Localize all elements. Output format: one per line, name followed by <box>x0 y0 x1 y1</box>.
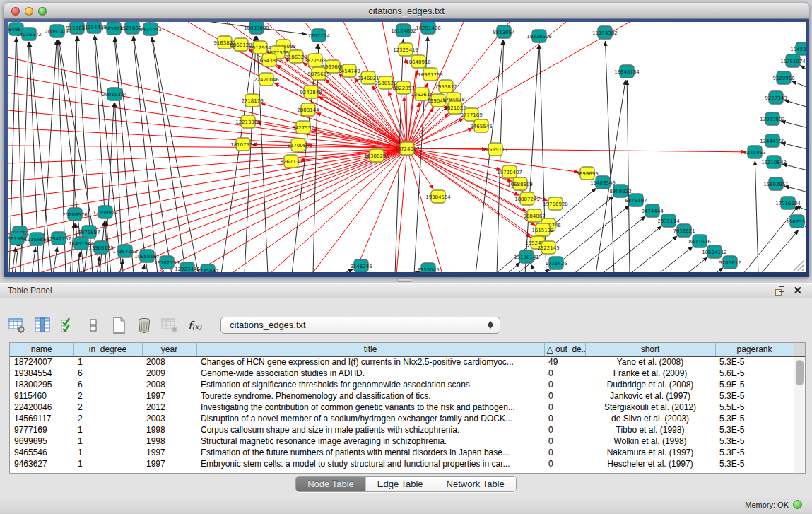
graph-node[interactable]: 9775847 <box>196 264 218 272</box>
table-cell[interactable]: 5.5E-5 <box>715 402 794 413</box>
graph-node[interactable]: 16961758 <box>418 68 443 81</box>
window-titlebar[interactable]: citations_edges.txt <box>4 3 809 19</box>
table-cell[interactable]: Wolkin et al. (1998) <box>585 436 715 447</box>
table-row[interactable]: 969969511998Structural magnetic resonanc… <box>10 436 794 447</box>
graph-node[interactable]: 16251426 <box>416 22 441 34</box>
table-cell[interactable]: 18300295 <box>10 379 73 390</box>
graph-node[interactable]: 15493056 <box>790 42 806 55</box>
table-settings-icon[interactable] <box>7 316 26 335</box>
graph-node[interactable]: 18807249 <box>514 192 540 205</box>
table-cell[interactable]: 6 <box>73 379 142 390</box>
graph-node[interactable]: 9227343 <box>765 91 787 104</box>
table-cell[interactable]: 9463627 <box>10 458 73 469</box>
table-cell[interactable]: 0 <box>544 390 585 402</box>
graph-node[interactable]: 9245612 <box>719 256 741 269</box>
table-cell[interactable]: 1998 <box>142 436 196 447</box>
table-cell[interactable]: 2 <box>73 390 142 402</box>
table-cell[interactable]: 1997 <box>142 458 196 469</box>
function-builder-icon[interactable]: f(x) <box>185 316 204 335</box>
table-cell[interactable]: Yano et al. (2008) <box>585 356 715 368</box>
table-cell[interactable]: 0 <box>544 458 585 469</box>
graph-node[interactable]: 18640910 <box>406 55 431 68</box>
table-row[interactable]: 946554611997Estimation of the future num… <box>10 447 794 458</box>
table-cell[interactable]: 0 <box>544 424 585 436</box>
table-cell[interactable]: Franke et al. (2009) <box>585 368 715 379</box>
graph-node[interactable]: 15136141 <box>514 250 539 263</box>
column-select-icon[interactable] <box>33 316 52 335</box>
table-cell[interactable]: 19384554 <box>10 368 73 379</box>
graph-node[interactable]: 7632621 <box>673 224 695 237</box>
table-cell[interactable]: 9115460 <box>10 390 73 402</box>
panel-divider-handle[interactable] <box>397 278 411 282</box>
table-cell[interactable]: 5.3E-5 <box>715 458 794 469</box>
graph-node[interactable]: 8267130 <box>280 155 302 168</box>
table-cell[interactable]: 18724007 <box>10 356 73 368</box>
graph-node[interactable]: 2803144 <box>297 103 319 116</box>
table-cell[interactable]: 5.6E-5 <box>715 368 794 379</box>
table-row[interactable]: 977716911998Corpus callosum shape and si… <box>10 424 794 436</box>
table-cell[interactable]: Jankovic et al. (1997) <box>585 390 715 402</box>
table-cell[interactable]: 5.3E-5 <box>715 356 794 368</box>
graph-node[interactable]: 9699695 <box>576 167 598 180</box>
table-cell[interactable]: Embryonic stem cells: a model to study s… <box>196 458 544 469</box>
column-header-title[interactable]: title <box>196 343 544 356</box>
table-cell[interactable]: Corpus callosum shape and size in male p… <box>196 424 544 436</box>
table-cell[interactable]: Estimation of significance thresholds fo… <box>196 379 544 390</box>
graph-node[interactable]: 1170064 <box>287 139 310 151</box>
column-header-name[interactable]: name <box>10 343 73 356</box>
graph-node[interactable]: 14569117 <box>483 143 508 156</box>
table-cell[interactable]: 5.3E-5 <box>715 436 794 447</box>
column-header-short[interactable]: short <box>585 343 715 356</box>
table-cell[interactable]: Nakamura et al. (1997) <box>585 447 715 458</box>
table-cell[interactable]: 1 <box>73 458 142 469</box>
table-cell[interactable]: 0 <box>544 436 585 447</box>
network-view-canvas[interactable]: 9163822886012889129342522605898275051654… <box>8 22 806 272</box>
graph-node[interactable]: 8215953 <box>743 146 765 158</box>
new-document-icon[interactable] <box>109 316 128 335</box>
table-cell[interactable]: Structural magnetic resonance image aver… <box>196 436 544 447</box>
graph-node[interactable]: 19756928 <box>543 197 568 210</box>
graph-node[interactable]: 8533045 <box>417 263 439 272</box>
table-cell[interactable]: Estimation of the future numbers of pati… <box>196 447 544 458</box>
table-cell[interactable]: 9465546 <box>10 447 73 458</box>
graph-node[interactable]: 9474444 <box>641 204 664 217</box>
table-cell[interactable]: 0 <box>544 447 585 458</box>
graph-node[interactable]: 15720407 <box>497 165 522 178</box>
table-cell[interactable]: 6 <box>73 368 142 379</box>
graph-node[interactable]: 2935114 <box>657 214 680 227</box>
table-cell[interactable]: 1 <box>73 424 142 436</box>
table-cell[interactable]: de Silva et al. (2003) <box>585 413 715 424</box>
graph-node[interactable]: 20206576 <box>62 208 88 221</box>
table-cell[interactable]: Investigating the contribution of common… <box>196 402 544 413</box>
tab-node-table[interactable]: Node Table <box>296 477 366 491</box>
close-panel-icon[interactable]: ✕ <box>793 286 802 296</box>
tab-edge-table[interactable]: Edge Table <box>366 477 435 491</box>
graph-node[interactable]: 11154382 <box>592 26 618 39</box>
table-cell[interactable]: 2 <box>73 402 142 413</box>
graph-node[interactable]: 15751074 <box>780 54 806 67</box>
column-header-out_de[interactable]: △ out_de... <box>544 343 585 356</box>
graph-node[interactable]: 16033809 <box>244 22 269 34</box>
table-cell[interactable]: Hescheler et al. (1997) <box>585 458 715 469</box>
table-row[interactable]: 1456911722003Disruption of a novel membe… <box>10 413 794 424</box>
delete-table-icon[interactable] <box>160 316 179 335</box>
table-cell[interactable]: 9777169 <box>10 424 73 436</box>
table-selector-dropdown[interactable]: citations_edges.txt <box>220 317 500 334</box>
table-cell[interactable]: 9699695 <box>10 436 73 447</box>
table-cell[interactable]: 5.3E-5 <box>715 413 794 424</box>
graph-node[interactable]: 18124092 <box>391 24 416 37</box>
table-cell[interactable]: 1 <box>73 356 142 368</box>
table-row[interactable]: 1872400712008Changes of HCN gene express… <box>10 356 794 368</box>
table-cell[interactable]: 0 <box>544 368 585 379</box>
table-cell[interactable]: Tibbo et al. (1998) <box>585 424 715 436</box>
table-cell[interactable]: 5.9E-5 <box>715 379 794 390</box>
table-cell[interactable]: 22420046 <box>10 402 73 413</box>
table-cell[interactable]: 14569117 <box>10 413 73 424</box>
graph-node[interactable]: 16210643 <box>761 156 787 168</box>
graph-node[interactable]: 8471676 <box>688 235 711 247</box>
table-cell[interactable]: Tourette syndrome. Phenomenology and cla… <box>196 390 544 402</box>
table-cell[interactable]: 0 <box>544 413 585 424</box>
scrollbar-thumb[interactable] <box>796 360 804 385</box>
table-cell[interactable]: Genome-wide association studies in ADHD. <box>196 368 544 379</box>
table-cell[interactable]: 2012 <box>142 402 196 413</box>
